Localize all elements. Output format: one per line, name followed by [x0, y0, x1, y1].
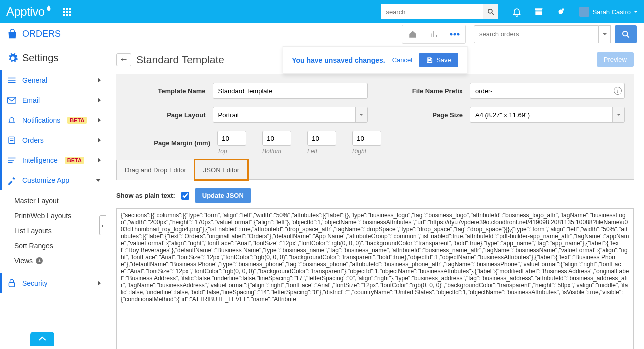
sidebar-item-orders[interactable]: Orders: [0, 130, 106, 150]
lock-icon: [6, 279, 17, 288]
unsaved-changes-bar: You have unsaved changes. Cancel Save: [282, 46, 468, 74]
margin-right-caption: Right: [352, 148, 381, 155]
page-margin-label: Page Margin (mm): [125, 139, 210, 147]
svg-point-9: [457, 33, 460, 35]
brand-name: Apptivo: [6, 5, 45, 19]
page-layout-label: Page Layout: [125, 111, 206, 119]
template-name-label: Template Name: [125, 87, 206, 95]
app-bar: ORDERS: [0, 23, 644, 45]
order-search-button[interactable]: [615, 25, 637, 43]
chevron-up-icon: [38, 336, 47, 342]
global-search-button[interactable]: [483, 4, 498, 19]
svg-point-7: [450, 33, 453, 35]
svg-point-8: [454, 33, 456, 35]
margin-bottom-input[interactable]: [262, 131, 291, 146]
json-editor-textarea[interactable]: [116, 208, 634, 349]
sub-item-sort-ranges[interactable]: Sort Ranges: [14, 238, 106, 253]
page-size-select[interactable]: [470, 107, 625, 123]
list-icon: [6, 77, 17, 84]
user-menu[interactable]: Sarah Castro: [579, 7, 638, 17]
sidebar-item-email[interactable]: Email: [0, 90, 106, 110]
settings-sidebar: Settings General Email Notifications BET…: [0, 45, 106, 349]
global-search: [381, 4, 498, 19]
user-name: Sarah Castro: [592, 8, 631, 16]
orders-icon: [6, 136, 17, 145]
margin-bottom-caption: Bottom: [262, 148, 291, 155]
show-plain-text-label: Show as plain text:: [116, 192, 175, 199]
tab-json-editor[interactable]: JSON Editor: [195, 160, 248, 180]
more-icon-button[interactable]: [444, 25, 465, 43]
intelligence-icon: [6, 157, 17, 164]
margin-top-input[interactable]: [217, 131, 246, 146]
customize-sub-items: Master Layout Print/Web Layouts List Lay…: [0, 190, 106, 273]
sub-item-print-web-layouts[interactable]: Print/Web Layouts: [14, 208, 106, 223]
svg-rect-15: [8, 97, 16, 103]
chevron-down-icon: [359, 114, 363, 116]
svg-point-0: [488, 9, 492, 13]
sidebar-item-general[interactable]: General: [0, 70, 106, 90]
cancel-link[interactable]: Cancel: [392, 56, 412, 64]
sidebar-header: Settings: [0, 45, 106, 70]
order-search-dropdown[interactable]: [599, 25, 611, 43]
preview-button[interactable]: Preview: [597, 52, 634, 67]
template-form: Template Name File Name Prefix i Page La…: [116, 74, 634, 160]
unsaved-message: You have unsaved changes.: [292, 56, 385, 64]
chevron-down-icon: [634, 11, 638, 13]
sidebar-item-security[interactable]: Security: [0, 273, 106, 293]
page-title: Standard Template: [136, 54, 224, 66]
leaf-icon: [45, 5, 52, 12]
sub-item-master-layout[interactable]: Master Layout: [14, 193, 106, 208]
template-name-input[interactable]: [213, 83, 368, 99]
chevron-down-icon: [617, 114, 621, 116]
beta-badge: BETA: [67, 117, 87, 124]
sidebar-item-customize-app[interactable]: Customize App: [0, 170, 106, 190]
page-layout-select[interactable]: [213, 107, 368, 123]
home-icon-button[interactable]: [402, 25, 423, 43]
bag-icon: [7, 29, 17, 40]
svg-line-1: [492, 13, 494, 15]
avatar: [579, 7, 589, 17]
sidebar-collapse-handle[interactable]: ‹: [99, 215, 106, 235]
editor-tabs: Drag and Drop Editor JSON Editor: [116, 160, 634, 180]
sub-item-views[interactable]: Views+: [14, 253, 106, 268]
margin-left-caption: Left: [307, 148, 336, 155]
sidebar-up-button[interactable]: [30, 332, 54, 346]
top-icons: [511, 6, 566, 17]
save-button[interactable]: Save: [419, 53, 458, 67]
plus-icon: +: [36, 257, 43, 264]
chevron-down-icon: [603, 33, 607, 35]
beta-badge: BETA: [65, 157, 84, 164]
apps-grid-icon[interactable]: [63, 8, 71, 16]
show-plain-text-checkbox[interactable]: [181, 192, 189, 200]
update-json-button[interactable]: Update JSON: [195, 188, 251, 203]
svg-rect-22: [9, 282, 14, 286]
save-icon: [426, 57, 433, 64]
back-button[interactable]: ←: [116, 53, 131, 66]
tab-drag-drop[interactable]: Drag and Drop Editor: [116, 160, 195, 180]
envelope-icon: [6, 97, 17, 104]
global-search-input[interactable]: [381, 4, 483, 19]
sub-item-list-layouts[interactable]: List Layouts: [14, 223, 106, 238]
margin-right-input[interactable]: [352, 131, 381, 146]
svg-rect-24: [428, 60, 431, 62]
store-icon[interactable]: [533, 6, 544, 17]
chart-icon-button[interactable]: [423, 25, 444, 43]
file-name-prefix-input[interactable]: [470, 83, 625, 99]
notifications-icon[interactable]: [511, 6, 522, 17]
margin-top-caption: Top: [217, 148, 246, 155]
svg-rect-23: [428, 58, 431, 59]
brand-logo[interactable]: Apptivo: [6, 5, 52, 19]
app-title[interactable]: ORDERS: [7, 29, 61, 40]
search-icon: [622, 30, 630, 38]
help-icon[interactable]: [555, 6, 566, 17]
sidebar-item-intelligence[interactable]: Intelligence BETA: [0, 150, 106, 170]
search-icon: [487, 8, 494, 15]
global-topbar: Apptivo Sarah Castro: [0, 0, 644, 23]
order-search: [474, 25, 637, 43]
order-search-input[interactable]: [474, 25, 599, 43]
sidebar-item-notifications[interactable]: Notifications BETA: [0, 110, 106, 130]
margin-left-input[interactable]: [307, 131, 336, 146]
gear-icon: [7, 53, 18, 64]
info-icon[interactable]: i: [614, 87, 622, 95]
svg-point-3: [562, 8, 565, 11]
